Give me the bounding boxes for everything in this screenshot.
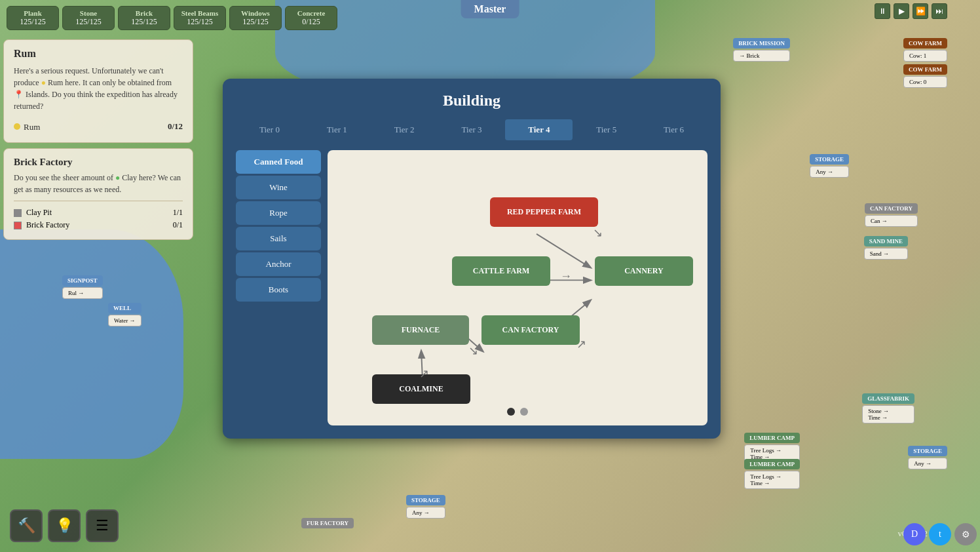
dialog-title: Building bbox=[236, 92, 707, 109]
resource-windows: Windows 125/125 bbox=[229, 6, 282, 30]
can-factory-map-node: CAN FACTORY Can → bbox=[865, 203, 918, 227]
cow-farm-node-1: COW FARM Cow: 1 bbox=[903, 38, 947, 62]
tab-tier-5[interactable]: Tier 5 bbox=[573, 119, 640, 140]
building-resource-clay: Clay Pit 1/1 bbox=[14, 207, 183, 219]
storage-node-bottom-right: STORAGE Any → bbox=[908, 446, 947, 469]
tier-tabs[interactable]: Tier 0 Tier 1 Tier 2 Tier 3 Tier 4 Tier … bbox=[236, 119, 707, 140]
category-rope[interactable]: Rope bbox=[236, 201, 321, 225]
resource-steel-beams: Steel Beams 125/125 bbox=[174, 6, 226, 30]
sand-mine-node: SAND MINE Sand → bbox=[864, 236, 908, 260]
cow-farm-node-2: COW FARM Cow: 0 bbox=[903, 64, 947, 88]
category-list[interactable]: Canned Food Wine Rope Sails Anchor Boots bbox=[236, 150, 321, 425]
building-resource-brick-factory: Brick Factory 0/1 bbox=[14, 219, 183, 231]
resource-concrete: Concrete 0/125 bbox=[285, 6, 337, 30]
content-area: RED PEPPER FARM CATTLE FARM CANNERY FURN… bbox=[328, 150, 707, 425]
node-cannery[interactable]: CANNERY bbox=[595, 256, 693, 286]
fur-factory-node: FUR FACTORY bbox=[301, 518, 354, 528]
resource-plank: Plank 125/125 bbox=[7, 6, 59, 30]
tab-tier-4[interactable]: Tier 4 bbox=[505, 119, 573, 140]
dialog-body: Canned Food Wine Rope Sails Anchor Boots bbox=[236, 150, 707, 425]
hammer-icon: 🔨 bbox=[18, 517, 35, 534]
tab-tier-2[interactable]: Tier 2 bbox=[371, 119, 438, 140]
arrow-2: → bbox=[560, 269, 572, 283]
hammer-button[interactable]: 🔨 bbox=[10, 509, 43, 542]
twitter-button[interactable]: t bbox=[929, 523, 951, 545]
node-furnace[interactable]: FURNACE bbox=[372, 315, 469, 345]
pagination-dot-2[interactable] bbox=[520, 408, 528, 416]
play-button[interactable]: ▶ bbox=[894, 3, 909, 19]
quest-card-rum: Rum Here's a serious request. Unfortunat… bbox=[3, 39, 193, 143]
category-wine[interactable]: Wine bbox=[236, 176, 321, 199]
lightbulb-button[interactable]: 💡 bbox=[48, 509, 81, 542]
left-panel: Rum Here's a serious request. Unfortunat… bbox=[3, 39, 193, 245]
tab-tier-1[interactable]: Tier 1 bbox=[303, 119, 371, 140]
pagination-dot-1[interactable] bbox=[507, 408, 515, 416]
category-canned-food[interactable]: Canned Food bbox=[236, 150, 321, 174]
node-red-pepper-farm[interactable]: RED PEPPER FARM bbox=[490, 197, 598, 227]
building-dialog: Building Tier 0 Tier 1 Tier 2 Tier 3 Tie… bbox=[223, 79, 721, 439]
storage-node-right: STORAGE Any → bbox=[810, 154, 849, 178]
rum-dot bbox=[14, 123, 20, 130]
category-boots[interactable]: Boots bbox=[236, 278, 321, 302]
quest-resource-rum: Rum 0/12 bbox=[14, 119, 183, 134]
tab-tier-6[interactable]: Tier 6 bbox=[640, 119, 707, 140]
lightbulb-icon: 💡 bbox=[56, 517, 73, 534]
twitter-icon: t bbox=[939, 529, 941, 540]
quest-title: Rum bbox=[14, 48, 183, 60]
resource-brick: Brick 125/125 bbox=[118, 6, 170, 30]
arrow-1: ↘ bbox=[593, 226, 603, 240]
quest-card-brick-factory: Brick Factory Do you see the sheer amoun… bbox=[3, 148, 193, 240]
arrow-5: ↗ bbox=[419, 366, 429, 381]
node-cattle-farm[interactable]: CATTLE FARM bbox=[452, 256, 550, 286]
storage-node-bottom-center: STORAGE Any → bbox=[406, 495, 445, 519]
category-sails[interactable]: Sails bbox=[236, 227, 321, 250]
speed-button[interactable]: ⏭ bbox=[932, 3, 947, 19]
building-card-desc: Do you see the sheer amount of ● Clay he… bbox=[14, 172, 183, 195]
lumber-camp-node-2: LUMBER CAMP Tree Logs → Time → bbox=[744, 459, 800, 489]
menu-button[interactable]: ☰ bbox=[86, 509, 119, 542]
divider bbox=[14, 201, 183, 201]
tab-tier-0[interactable]: Tier 0 bbox=[236, 119, 303, 140]
social-buttons[interactable]: D t ⚙ bbox=[903, 523, 977, 545]
arrow-3: ↘ bbox=[468, 344, 478, 358]
brick-mission-node: BRICK MISSION → Brick bbox=[733, 38, 790, 62]
water-area-left bbox=[0, 229, 183, 459]
settings-icon: ⚙ bbox=[962, 529, 970, 540]
menu-icon: ☰ bbox=[96, 517, 109, 534]
quest-text: Here's a serious request. Unfortunately … bbox=[14, 65, 183, 112]
signpost-node: SIGNPOST Rul → bbox=[62, 275, 103, 299]
master-label: Master bbox=[461, 0, 519, 18]
node-can-factory[interactable]: CAN FACTORY bbox=[481, 315, 580, 345]
rum-label: Rum bbox=[24, 122, 40, 132]
rum-count: 0/12 bbox=[168, 121, 183, 132]
category-anchor[interactable]: Anchor bbox=[236, 252, 321, 276]
tab-tier-3[interactable]: Tier 3 bbox=[438, 119, 506, 140]
resource-stone: Stone 125/125 bbox=[62, 6, 115, 30]
arrow-4: ↗ bbox=[576, 337, 586, 351]
fast-forward-button[interactable]: ⏩ bbox=[913, 3, 928, 19]
discord-icon: D bbox=[911, 529, 918, 540]
pagination[interactable] bbox=[507, 408, 528, 416]
glassfabrik-node: GLASSFABRIK Stone → Time → bbox=[862, 393, 914, 424]
pause-button[interactable]: ⏸ bbox=[875, 3, 890, 19]
building-card-title: Brick Factory bbox=[14, 157, 183, 168]
well-node: WELL Water → bbox=[108, 303, 141, 326]
clay-icon bbox=[14, 209, 22, 217]
playback-controls[interactable]: ⏸ ▶ ⏩ ⏭ bbox=[875, 3, 947, 19]
bottom-toolbar[interactable]: 🔨 💡 ☰ bbox=[10, 509, 119, 542]
discord-button[interactable]: D bbox=[903, 523, 926, 545]
settings-button[interactable]: ⚙ bbox=[954, 523, 977, 545]
brick-factory-icon bbox=[14, 222, 22, 229]
